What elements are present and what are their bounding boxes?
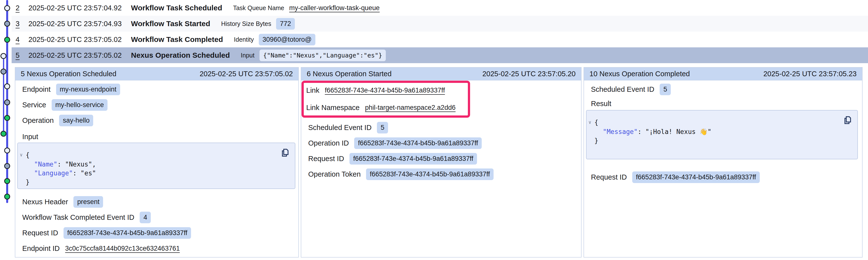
input-section-label: Input: [22, 133, 294, 141]
event-attr-value-badge: 772: [276, 18, 294, 30]
collapse-chevron-icon[interactable]: ∨: [20, 150, 26, 159]
event-name: Workflow Task Completed: [131, 35, 223, 44]
event-name: Nexus Operation Scheduled: [131, 51, 230, 60]
timeline-dot-gray: [4, 100, 10, 105]
copy-icon[interactable]: [843, 115, 852, 125]
workflow-history-view: 2 2025-02-25 UTC 23:57:04.92 Workflow Ta…: [0, 0, 868, 260]
field-link: Link f665283f-743e-4374-b45b-9a61a89337f…: [306, 85, 465, 96]
task-queue-link[interactable]: my-caller-workflow-task-queue: [289, 4, 380, 12]
panel-nexus-operation-started: 6 Nexus Operation Started 2025-02-25 UTC…: [301, 67, 582, 258]
json-key: "Language": [34, 170, 73, 177]
field-value-badge: present: [73, 196, 103, 208]
timeline-dot-green: [0, 131, 6, 137]
json-punct: {: [594, 119, 598, 126]
json-value: : "es": [73, 170, 96, 177]
field-label: Scheduled Event ID: [591, 85, 654, 94]
timeline-dot-white: [4, 5, 10, 11]
event-name: Workflow Task Scheduled: [131, 4, 222, 12]
link-namespace-link[interactable]: phil-target-namespace2.a2dd6: [365, 104, 456, 111]
field-service: Service my-hello-service: [22, 100, 294, 110]
panel-nexus-operation-scheduled: 5 Nexus Operation Scheduled 2025-02-25 U…: [15, 67, 299, 258]
panel-timestamp: 2025-02-25 UTC 23:57:05.23: [764, 70, 857, 78]
field-endpoint-id: Endpoint ID 3c0c75ccfa8144b092c13ce63246…: [22, 243, 294, 254]
json-key: "Message": [603, 128, 638, 136]
field-request-id: Request ID f665283f-743e-4374-b45b-9a61a…: [22, 227, 294, 238]
event-attr-value-badge: 30960@totoro@: [259, 34, 315, 45]
event-input-badge: {"Name":"Nexus","Language":"es"}: [259, 49, 386, 61]
timeline-dot-gray: [4, 163, 10, 169]
panel-header[interactable]: 6 Nexus Operation Started 2025-02-25 UTC…: [301, 68, 581, 80]
json-punct: {: [26, 151, 30, 159]
field-wtc-event-id: Workflow Task Completed Event ID 4: [22, 212, 294, 223]
field-value-badge: say-hello: [59, 115, 93, 126]
panel-header[interactable]: 5 Nexus Operation Scheduled 2025-02-25 U…: [15, 68, 298, 80]
field-label: Service: [22, 101, 46, 109]
field-label: Endpoint: [22, 85, 51, 94]
event-id-link[interactable]: 5: [16, 51, 28, 60]
event-id-link[interactable]: 3: [16, 20, 28, 28]
timeline-dot-green: [4, 115, 10, 121]
panel-title: 6 Nexus Operation Started: [307, 70, 392, 78]
event-id-link[interactable]: 4: [16, 36, 28, 44]
event-timestamp: 2025-02-25 UTC 23:57:04.92: [28, 4, 131, 12]
event-name: Workflow Task Started: [131, 20, 210, 28]
field-value-badge: f665283f-743e-4374-b45b-9a61a89337ff: [632, 172, 760, 183]
endpoint-id-link[interactable]: 3c0c75ccfa8144b092c13ce632463761: [65, 245, 180, 252]
json-punct: }: [26, 178, 30, 186]
field-value-badge: f665283f-743e-4374-b45b-9a61a89337ff: [366, 169, 494, 180]
timeline-dot-white: [4, 83, 10, 89]
field-value-badge: f665283f-743e-4374-b45b-9a61a89337ff: [354, 138, 482, 149]
result-json-viewer: ∨{ "Message": "¡Hola! Nexus 👋" }: [586, 110, 858, 159]
field-request-id: Request ID f665283f-743e-4374-b45b-9a61a…: [308, 153, 577, 164]
collapse-chevron-icon[interactable]: ∨: [588, 118, 594, 126]
timeline-dot-green: [4, 37, 10, 43]
field-value-badge: my-nexus-endpoint: [56, 84, 120, 95]
timeline-dot-gray: [4, 21, 10, 27]
timeline-branch-line: [3, 56, 4, 134]
event-attr-label: Task Queue Name: [233, 4, 284, 11]
event-row-4[interactable]: 4 2025-02-25 UTC 23:57:05.02 Workflow Ta…: [11, 32, 868, 47]
field-nexus-header: Nexus Header present: [22, 196, 294, 207]
field-label: Endpoint ID: [22, 245, 60, 253]
field-label: Operation Token: [308, 170, 361, 178]
field-label: Scheduled Event ID: [308, 123, 371, 132]
panel-timestamp: 2025-02-25 UTC 23:57:05.20: [483, 70, 576, 78]
json-key: "Name": [34, 160, 57, 168]
field-label: Nexus Header: [22, 198, 68, 206]
field-operation-token: Operation Token f665283f-743e-4374-b45b-…: [308, 169, 577, 180]
copy-icon[interactable]: [281, 148, 290, 158]
panel-nexus-operation-completed: 10 Nexus Operation Completed 2025-02-25 …: [584, 67, 863, 258]
field-label: Operation ID: [308, 139, 349, 147]
event-id-link[interactable]: 2: [16, 4, 28, 12]
field-value-badge: my-hello-service: [52, 99, 108, 111]
event-attr-label: Identity: [234, 36, 254, 43]
panel-title: 5 Nexus Operation Scheduled: [21, 70, 116, 78]
field-value-badge: 4: [140, 212, 151, 223]
result-section-label: Result: [591, 100, 858, 108]
timeline-dot-green: [4, 194, 10, 199]
timeline-dot-gray: [0, 69, 6, 74]
field-link-namespace: Link Namespace phil-target-namespace2.a2…: [306, 102, 465, 113]
field-value-badge: f665283f-743e-4374-b45b-9a61a89337ff: [64, 227, 191, 239]
panel-header[interactable]: 10 Nexus Operation Completed 2025-02-25 …: [584, 68, 862, 80]
field-operation-id: Operation ID f665283f-743e-4374-b45b-9a6…: [308, 138, 577, 149]
link-value-link[interactable]: f665283f-743e-4374-b45b-9a61a89337ff: [325, 86, 445, 94]
field-label: Workflow Task Completed Event ID: [22, 213, 134, 222]
input-json-viewer: ∨{ "Name": "Nexus", "Language": "es" }: [17, 143, 296, 189]
field-label: Request ID: [22, 229, 58, 237]
event-timestamp: 2025-02-25 UTC 23:57:04.93: [28, 20, 131, 28]
json-value: : "Nexus",: [57, 160, 96, 168]
event-attr-label: Input: [241, 52, 254, 59]
event-row-3[interactable]: 3 2025-02-25 UTC 23:57:04.93 Workflow Ta…: [11, 16, 868, 32]
json-value: : "¡Hola! Nexus 👋": [638, 128, 712, 136]
field-label: Request ID: [308, 155, 344, 163]
event-row-5-selected[interactable]: 5 2025-02-25 UTC 23:57:05.02 Nexus Opera…: [11, 47, 868, 63]
panel-timestamp: 2025-02-25 UTC 23:57:05.02: [200, 70, 293, 78]
field-operation: Operation say-hello: [22, 115, 294, 126]
event-row-2[interactable]: 2 2025-02-25 UTC 23:57:04.92 Workflow Ta…: [11, 0, 868, 16]
field-value-badge: f665283f-743e-4374-b45b-9a61a89337ff: [349, 153, 477, 164]
event-attr-label: History Size Bytes: [221, 20, 271, 27]
highlight-annotation: Link f665283f-743e-4374-b45b-9a61a89337f…: [302, 81, 470, 118]
event-timestamp: 2025-02-25 UTC 23:57:05.02: [28, 51, 131, 60]
field-label: Operation: [22, 116, 54, 124]
